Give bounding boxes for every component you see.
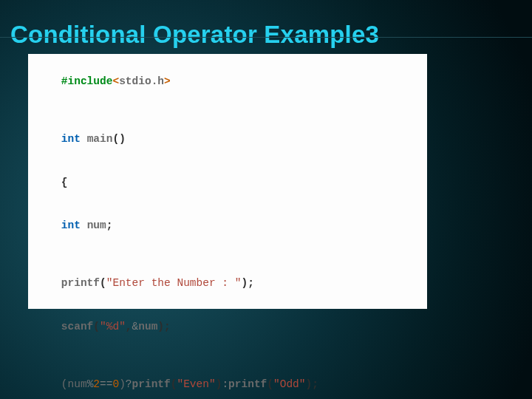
lparen: ( <box>100 277 106 289</box>
num-literal: 2 <box>93 378 100 390</box>
code-line-brace-open: { <box>35 161 420 205</box>
slide-title: Conditional Operator Example3 <box>10 21 522 49</box>
space <box>81 133 87 145</box>
func-printf: printf <box>228 378 267 390</box>
num-literal: 0 <box>112 378 119 390</box>
ident-num: num <box>87 219 106 231</box>
op-colon: : <box>222 378 228 390</box>
code-line-printf: printf("Enter the Number : "); <box>35 262 420 306</box>
amp: & <box>132 321 139 332</box>
angle-open: < <box>112 75 119 87</box>
semicolon: ; <box>106 219 113 231</box>
code-blank-line <box>35 248 420 262</box>
header-name: stdio. <box>119 75 157 87</box>
rparen: ) <box>157 321 164 332</box>
code-line-main: int main() <box>35 117 420 161</box>
code-line-scanf: scanf("%d",&num); <box>35 306 420 349</box>
func-scanf: scanf <box>61 321 94 332</box>
preproc-directive: #include <box>61 75 113 87</box>
lparen: ( <box>93 321 100 332</box>
func-main: main <box>87 133 113 145</box>
string-literal: "Odd" <box>273 378 306 390</box>
ident-num: num <box>138 321 157 332</box>
lparen: ( <box>61 378 68 390</box>
rparen: ) <box>306 378 313 390</box>
space <box>81 219 87 231</box>
code-panel: #include<stdio.h> int main() { int num; … <box>28 54 427 309</box>
string-literal: "Enter the Number : " <box>106 277 242 289</box>
code-line-include: #include<stdio.h> <box>35 60 420 103</box>
comma: , <box>126 321 132 332</box>
brace-open: { <box>61 177 68 188</box>
lparen: ( <box>267 378 273 390</box>
rparen: ) <box>119 378 126 390</box>
keyword-int: int <box>61 133 81 145</box>
header-ext: h <box>157 75 164 87</box>
code-line-ternary: (num%2==0)?printf("Even"):printf("Odd"); <box>35 364 420 399</box>
parens: () <box>112 133 125 145</box>
string-literal: "Even" <box>177 378 215 390</box>
op-qmark: ? <box>126 378 132 390</box>
code-blank-line <box>35 349 420 364</box>
rparen: ) <box>241 277 248 289</box>
op-eq: == <box>100 378 112 390</box>
func-printf: printf <box>61 277 100 289</box>
code-blank-line <box>35 103 420 118</box>
string-literal: "%d" <box>100 321 126 332</box>
code-line-decl: int num; <box>35 205 420 248</box>
semicolon: ; <box>312 378 318 390</box>
semicolon: ; <box>248 277 254 289</box>
func-printf: printf <box>132 378 171 390</box>
ident-num: num <box>68 378 87 390</box>
keyword-int: int <box>61 219 81 231</box>
angle-close: > <box>164 75 171 87</box>
semicolon: ; <box>164 321 171 332</box>
title-underline <box>0 37 532 38</box>
